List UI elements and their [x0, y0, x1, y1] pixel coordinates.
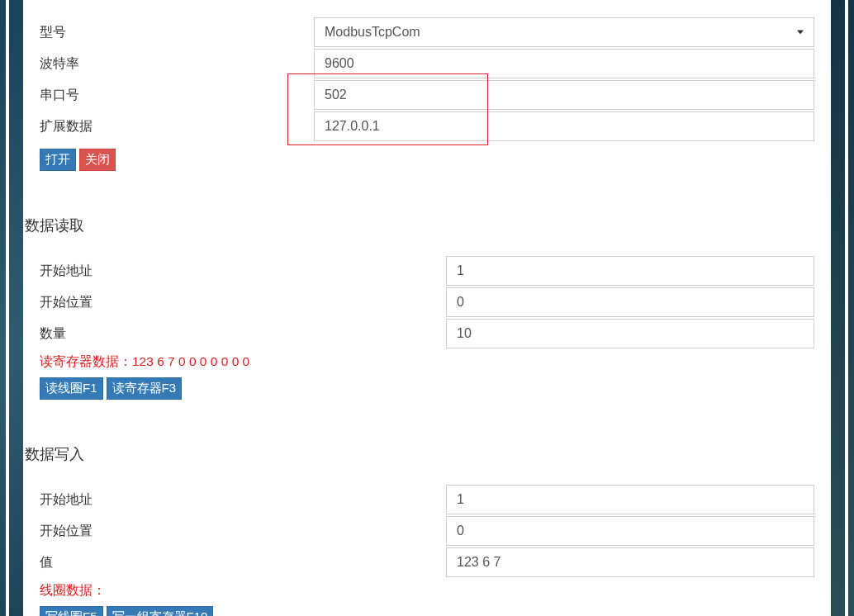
baud-label: 波特率 [40, 48, 314, 79]
read-register-button[interactable]: 读寄存器F3 [107, 377, 183, 400]
read-section-title: 数据读取 [25, 216, 814, 235]
read-result-value: 123 6 7 0 0 0 0 0 0 0 [132, 354, 249, 368]
model-label: 型号 [40, 17, 314, 48]
write-result: 线圈数据： [40, 582, 814, 599]
read-pos-input[interactable] [446, 287, 814, 317]
write-coil-button[interactable]: 写线圈F5 [40, 606, 103, 616]
read-addr-input[interactable] [446, 256, 814, 286]
write-pos-input[interactable] [446, 516, 814, 546]
read-count-input[interactable] [446, 319, 814, 348]
write-val-input[interactable] [446, 547, 814, 577]
close-button[interactable]: 关闭 [79, 149, 116, 171]
write-result-label: 线圈数据： [40, 583, 106, 597]
connection-section: 型号 ModbusTcpCom 波特率 串口号 [40, 17, 814, 171]
model-select[interactable]: ModbusTcpCom [314, 17, 814, 47]
read-result: 读寄存器数据：123 6 7 0 0 0 0 0 0 0 [40, 353, 814, 371]
read-coil-button[interactable]: 读线圈F1 [40, 377, 103, 400]
ext-input[interactable] [314, 111, 814, 141]
open-button[interactable]: 打开 [40, 149, 76, 171]
baud-input[interactable] [314, 49, 814, 78]
write-addr-label: 开始地址 [40, 484, 446, 515]
write-section-title: 数据写入 [25, 444, 814, 464]
write-pos-label: 开始位置 [40, 515, 446, 547]
write-registers-button[interactable]: 写一组寄存器F10 [107, 606, 214, 616]
read-result-label: 读寄存器数据： [40, 354, 132, 368]
port-label: 串口号 [40, 79, 314, 111]
read-count-label: 数量 [40, 318, 446, 349]
port-input[interactable] [314, 80, 814, 110]
write-addr-input[interactable] [446, 485, 814, 514]
model-select-value: ModbusTcpCom [325, 25, 420, 40]
write-val-label: 值 [40, 547, 446, 578]
ext-label: 扩展数据 [40, 111, 314, 142]
read-pos-label: 开始位置 [40, 287, 446, 318]
caret-down-icon [797, 31, 804, 35]
read-addr-label: 开始地址 [40, 255, 446, 287]
